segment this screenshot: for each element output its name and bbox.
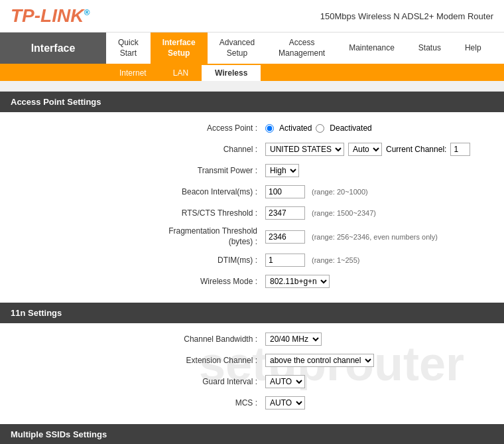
tab-advanced-setup[interactable]: AdvancedSetup xyxy=(208,33,267,64)
channel-label: Channel : xyxy=(133,145,265,154)
access-point-label: Access Point : xyxy=(133,123,265,133)
guard-interval-select[interactable]: AUTO xyxy=(265,375,305,388)
channel-bw-value: 20/40 MHz xyxy=(265,333,322,346)
wireless-mode-label: Wireless Mode : xyxy=(133,277,265,286)
activated-label: Activated xyxy=(279,123,312,133)
guard-interval-row: Guard Interval : AUTO xyxy=(133,374,491,390)
spacer xyxy=(0,81,504,92)
frag-value: (range: 256~2346, even numbers only) xyxy=(265,230,438,244)
channel-row: Channel : UNITED STATES Auto Current Cha… xyxy=(133,141,491,157)
beacon-interval-label: Beacon Interval(ms) : xyxy=(133,187,265,196)
access-point-value: Activated Deactivated xyxy=(265,123,372,133)
beacon-interval-range: (range: 20~1000) xyxy=(312,188,368,196)
11n-content: Channel Bandwidth : 20/40 MHz Extension … xyxy=(0,323,504,424)
mcs-value: AUTO xyxy=(265,396,305,409)
wireless-mode-value: 802.11b+g+n xyxy=(265,275,330,288)
current-channel-label: Current Channel: xyxy=(386,145,446,154)
access-point-row: Access Point : Activated Deactivated xyxy=(133,120,491,136)
multiple-ssids-section-header: Multiple SSIDs Settings xyxy=(0,424,504,444)
tab-quick-start[interactable]: QuickStart xyxy=(106,33,151,64)
access-point-section-header: Access Point Settings xyxy=(0,92,504,112)
ext-channel-row: Extension Channel : above the control ch… xyxy=(133,352,491,368)
tab-maintenance[interactable]: Maintenance xyxy=(337,33,407,64)
current-channel-input[interactable] xyxy=(450,143,470,156)
transmit-power-row: Transmit Power : High xyxy=(133,163,491,179)
transmit-power-select[interactable]: High xyxy=(265,164,299,177)
sub-nav: Internet LAN Wireless xyxy=(0,65,504,81)
logo-tp: TP- xyxy=(11,5,40,26)
ext-channel-label: Extension Channel : xyxy=(133,356,265,365)
rts-input[interactable] xyxy=(265,206,305,220)
access-point-content: Access Point : Activated Deactivated Cha… xyxy=(0,112,504,303)
dtim-input[interactable] xyxy=(265,254,305,267)
tab-interface-setup[interactable]: InterfaceSetup xyxy=(151,33,208,64)
mcs-label: MCS : xyxy=(133,398,265,407)
guard-interval-label: Guard Interval : xyxy=(133,377,265,386)
channel-auto-select[interactable]: Auto xyxy=(348,143,382,156)
transmit-power-label: Transmit Power : xyxy=(133,166,265,175)
beacon-interval-value: (range: 20~1000) xyxy=(265,185,368,198)
dtim-row: DTIM(ms) : (range: 1~255) xyxy=(133,252,491,268)
rts-range: (range: 1500~2347) xyxy=(312,209,376,217)
logo-link: LINK xyxy=(40,5,84,26)
top-nav: Interface QuickStart InterfaceSetup Adva… xyxy=(0,33,504,65)
main-content: Access Point Settings Access Point : Act… xyxy=(0,92,504,444)
tab-status[interactable]: Status xyxy=(407,33,453,64)
dtim-range: (range: 1~255) xyxy=(312,256,359,264)
dtim-label: DTIM(ms) : xyxy=(133,256,265,265)
sub-tab-lan[interactable]: LAN xyxy=(160,65,202,81)
11n-section-header: 11n Settings xyxy=(0,303,504,323)
interface-label: Interface xyxy=(0,33,106,64)
rts-row: RTS/CTS Threshold : (range: 1500~2347) xyxy=(133,205,491,221)
logo-reg: ® xyxy=(84,8,90,17)
frag-input[interactable] xyxy=(265,230,305,244)
frag-label: Fragmentation Threshold(bytes) : xyxy=(133,226,265,247)
ext-channel-value: above the control channel xyxy=(265,354,374,367)
frag-range: (range: 256~2346, even numbers only) xyxy=(312,233,438,241)
channel-value: UNITED STATES Auto Current Channel: xyxy=(265,143,470,156)
mcs-row: MCS : AUTO xyxy=(133,395,491,411)
beacon-interval-input[interactable] xyxy=(265,185,305,198)
channel-bw-row: Channel Bandwidth : 20/40 MHz xyxy=(133,331,491,347)
sub-tab-internet[interactable]: Internet xyxy=(106,65,160,81)
guard-interval-value: AUTO xyxy=(265,375,305,388)
sub-tab-wireless[interactable]: Wireless xyxy=(202,65,261,81)
access-point-activated-radio[interactable] xyxy=(265,124,274,133)
dtim-value: (range: 1~255) xyxy=(265,254,359,267)
frag-row: Fragmentation Threshold(bytes) : (range:… xyxy=(133,226,491,247)
access-point-deactivated-radio[interactable] xyxy=(316,124,324,133)
ext-channel-select[interactable]: above the control channel xyxy=(265,354,374,367)
header: TP-LINK® 150Mbps Wireless N ADSL2+ Modem… xyxy=(0,0,504,33)
tab-access-management[interactable]: AccessManagement xyxy=(267,33,337,64)
product-name: 150Mbps Wireless N ADSL2+ Modem Router xyxy=(320,11,493,21)
deactivated-label: Deactivated xyxy=(330,123,371,133)
rts-value: (range: 1500~2347) xyxy=(265,206,376,220)
channel-bw-select[interactable]: 20/40 MHz xyxy=(265,333,322,346)
transmit-power-value: High xyxy=(265,164,299,177)
beacon-interval-row: Beacon Interval(ms) : (range: 20~1000) xyxy=(133,184,491,200)
wireless-mode-select[interactable]: 802.11b+g+n xyxy=(265,275,330,288)
mcs-select[interactable]: AUTO xyxy=(265,396,305,409)
channel-select[interactable]: UNITED STATES xyxy=(265,143,344,156)
wireless-mode-row: Wireless Mode : 802.11b+g+n xyxy=(133,273,491,289)
tab-help[interactable]: Help xyxy=(453,33,493,64)
nav-tabs: QuickStart InterfaceSetup AdvancedSetup … xyxy=(106,33,504,64)
rts-label: RTS/CTS Threshold : xyxy=(133,208,265,218)
logo: TP-LINK® xyxy=(11,5,90,27)
channel-bw-label: Channel Bandwidth : xyxy=(133,334,265,344)
